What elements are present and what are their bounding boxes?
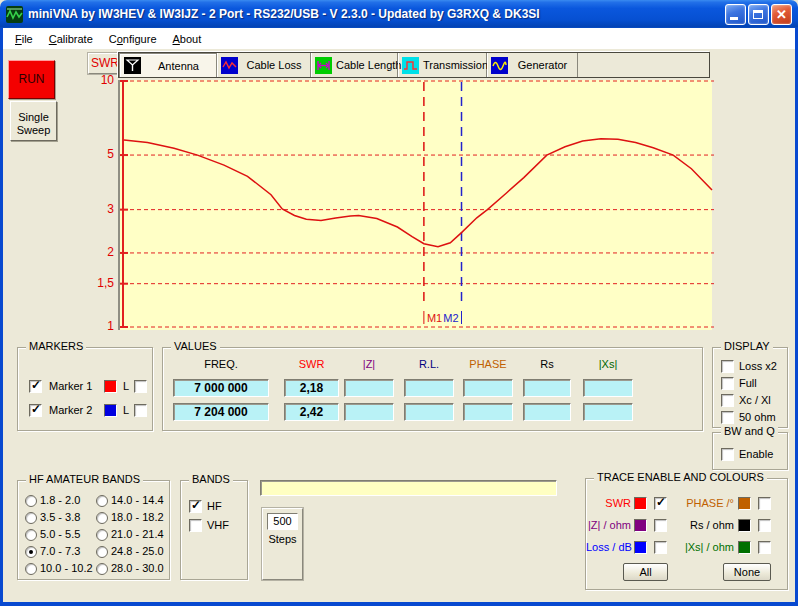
trace-none-button[interactable]: None [723,563,771,581]
menu-item-calibrate[interactable]: Calibrate [41,31,101,47]
minimize-button[interactable] [725,4,746,25]
trace-color-swatch[interactable] [634,519,647,532]
window-border [0,602,798,606]
frequency-range-field[interactable] [260,480,557,496]
hf-band-10.0-10.2-radio[interactable] [25,563,37,575]
hf-band-label: 7.0 - 7.3 [40,545,80,557]
tab-transmission[interactable]: Transmission [398,53,487,77]
trace-left-label: SWR [586,497,631,509]
hf-band-3.5-3.8-radio[interactable] [25,512,37,524]
value-field-row2-col3[interactable] [344,403,394,421]
value-field-row1-col5[interactable] [463,379,513,397]
value-field-row1-col4[interactable] [404,379,454,397]
band-hf-label: HF [207,500,222,512]
menu-item-configure[interactable]: Configure [101,31,165,47]
swr-chart[interactable]: M1M2 [118,80,712,330]
trace-swr-checkbox[interactable]: ✓ [654,497,667,510]
tab-label: Transmission [419,59,492,71]
marker-1-label: Marker 1 [49,380,92,392]
value-field-row1-col1[interactable]: 7 000 000 [173,379,269,397]
hf-band-18.0-18.2-radio[interactable] [96,512,108,524]
hf-amateur-bands-title: HF AMATEUR BANDS [26,473,143,485]
tab-label: Generator [508,59,577,71]
bands-panel: BANDS ✓HFVHF [180,480,248,580]
trace-color-swatch[interactable] [634,497,647,510]
display-xc-xl-checkbox[interactable] [721,394,734,407]
hf-band-21.0-21.4-radio[interactable] [96,529,108,541]
tab-cable-length[interactable]: Cable Length [311,53,398,77]
menu-item-about[interactable]: About [165,31,210,47]
y-tick-label: 1,5 [86,276,114,290]
display-50-ohm-checkbox[interactable] [721,411,734,424]
value-field-row1-col7[interactable] [583,379,633,397]
trace-enable-title: TRACE ENABLE AND COLOURS [594,471,767,483]
trace-phase--checkbox[interactable] [758,497,771,510]
bw-and-q-panel: BW and Q Enable [712,432,788,470]
trace--xs-ohm-checkbox[interactable] [758,541,771,554]
value-field-row2-col2[interactable]: 2,42 [284,403,339,421]
trace-right-label: |Xs| / ohm [672,541,734,553]
title-bar[interactable]: miniVNA by IW3HEV & IW3IJZ - 2 Port - RS… [0,0,798,28]
marker-1-l-checkbox[interactable] [134,380,147,393]
tab-generator[interactable]: Generator [487,53,578,77]
bwq-enable-checkbox[interactable] [721,448,734,461]
value-field-row2-col4[interactable] [404,403,454,421]
trace-loss-db-checkbox[interactable] [654,541,667,554]
marker-2-label: Marker 2 [49,404,92,416]
trace-color-swatch[interactable] [634,541,647,554]
trace-rs-ohm-checkbox[interactable] [758,519,771,532]
marker-2-checkbox[interactable]: ✓ [29,404,42,417]
marker-1-checkbox[interactable]: ✓ [29,380,42,393]
band-hf-checkbox[interactable]: ✓ [189,500,202,513]
antenna-icon [124,57,141,74]
y-tick-label: 3 [86,202,114,216]
trace--z-ohm-checkbox[interactable] [654,519,667,532]
trace-color-swatch[interactable] [738,519,751,532]
display-panel: DISPLAY Loss x2FullXc / Xl50 ohm [712,347,788,428]
value-field-row2-col7[interactable] [583,403,633,421]
steps-box: 500 Steps [262,508,303,580]
hf-band-14.0-14.4-radio[interactable] [96,495,108,507]
run-button[interactable]: RUN [8,60,55,99]
tab-label: Cable Loss [238,59,310,71]
hf-band-7.0-7.3-radio[interactable] [25,546,37,558]
value-field-row1-col2[interactable]: 2,18 [284,379,339,397]
marker-1-color-swatch[interactable] [104,380,117,393]
marker-2-color-swatch[interactable] [104,404,117,417]
tab-cable-loss[interactable]: Cable Loss [217,53,311,77]
hf-band-label: 28.0 - 30.0 [111,562,164,574]
maximize-button[interactable] [748,4,769,25]
trace-all-button[interactable]: All [623,563,668,581]
radio-dot-icon [29,550,33,554]
marker-2-l-checkbox[interactable] [134,404,147,417]
trace-color-swatch[interactable] [738,497,751,510]
display-loss-x2-label: Loss x2 [739,360,777,372]
menu-item-file[interactable]: File [7,31,41,47]
value-field-row1-col3[interactable] [344,379,394,397]
single-sweep-button[interactable]: Single Sweep [10,101,57,141]
value-field-row1-col6[interactable] [523,379,571,397]
hf-band-28.0-30.0-radio[interactable] [96,563,108,575]
band-vhf-checkbox[interactable] [189,519,202,532]
marker-2-l-label: L [123,404,129,416]
hf-band-24.8-25.0-radio[interactable] [96,546,108,558]
close-button[interactable]: ✕ [771,4,792,25]
values-column-header: FREQ. [173,358,269,370]
value-field-row2-col1[interactable]: 7 204 000 [173,403,269,421]
trace-color-swatch[interactable] [738,541,751,554]
cable-loss-icon [221,57,238,74]
display-full-checkbox[interactable] [721,377,734,390]
value-field-row2-col5[interactable] [463,403,513,421]
tab-antenna[interactable]: Antenna [119,53,217,77]
tab-label: Antenna [141,60,216,72]
values-column-header: |Z| [344,358,394,370]
hf-band-5.0-5.5-radio[interactable] [25,529,37,541]
window-controls: ✕ [725,4,792,25]
hf-band-label: 10.0 - 10.2 [40,562,93,574]
steps-input[interactable]: 500 [267,513,298,530]
value-field-row2-col6[interactable] [523,403,571,421]
tab-bar: AntennaCable LossCable LengthTransmissio… [118,52,710,78]
y-tick-label: 10 [86,73,114,87]
display-loss-x2-checkbox[interactable] [721,360,734,373]
hf-band-1.8-2.0-radio[interactable] [25,495,37,507]
